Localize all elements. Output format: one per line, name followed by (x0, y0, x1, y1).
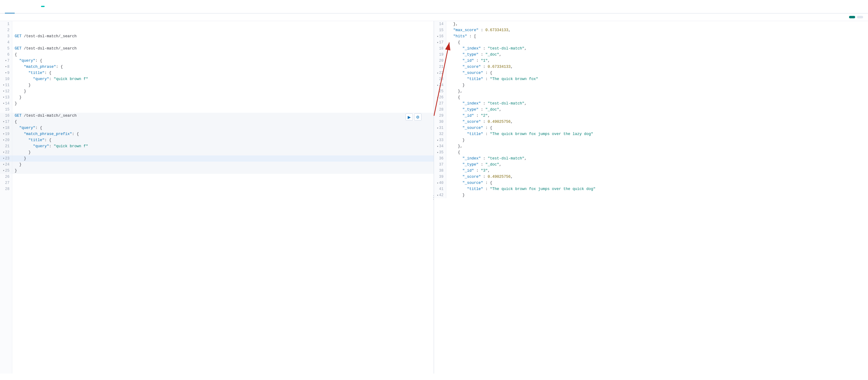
editor-line-content-11[interactable]: } (12, 82, 434, 88)
editor-line-content-17[interactable]: { (12, 119, 434, 125)
response-row-38: 38 "_id" : "3", (434, 168, 868, 174)
toolbar-right (849, 16, 863, 18)
editor-line-content-18[interactable]: "query": { (12, 125, 434, 131)
settings-button[interactable] (12, 16, 15, 18)
editor-line-num-11: ▾11 (0, 82, 12, 88)
editor-line-content-10[interactable]: "query": "quick brown f" (12, 76, 434, 82)
response-row-15: 15 "max_score" : 0.67334133, (434, 27, 868, 33)
editor-line-content-20[interactable]: "title": { (12, 137, 434, 143)
editor-line-content-3[interactable]: GET /test-dsl-match/_search (12, 33, 434, 39)
tab-console[interactable] (5, 0, 15, 13)
response-row-28: 28 "_type" : "_doc", (434, 107, 868, 113)
editor-line-num-21: 21 (0, 143, 12, 149)
response-line-content-26: { (446, 94, 463, 101)
help-button[interactable] (20, 16, 22, 18)
response-row-35: ▾35 { (434, 149, 868, 156)
response-line-content-33: } (446, 137, 467, 143)
response-row-30: 30 "_score" : 0.49025756, (434, 119, 868, 125)
response-row-18: 18 "_index" : "test-dsl-match", (434, 45, 868, 51)
response-row-41: 41 "title" : "The quick brown fox jumps … (434, 186, 868, 192)
beta-badge (41, 6, 45, 7)
editor-line-num-12: ▾12 (0, 88, 12, 94)
editor-line-num-20: ▾20 (0, 137, 12, 143)
response-line-num-18: 18 (434, 45, 446, 51)
editor-line-content-16[interactable]: GET /test-dsl-match/_search (12, 113, 434, 119)
editor-line-content-23[interactable]: } (12, 156, 434, 162)
editor-line-content-25[interactable]: } (12, 168, 434, 174)
editor-line-num-5: 5 (0, 45, 12, 51)
response-line-content-39: "_score" : 0.49025756, (446, 174, 515, 180)
response-line-num-16: ▾16 (434, 33, 446, 39)
response-line-num-40: ▾40 (434, 180, 446, 186)
editor-line-content-6[interactable]: { (12, 51, 434, 58)
response-content[interactable]: 14 },15 "max_score" : 0.67334133,▾16 "hi… (434, 21, 868, 374)
editor-line-content-5[interactable]: GET /test-dsl-match/_search (12, 45, 434, 51)
editor-line-content-21[interactable]: "query": "quick brown f" (12, 143, 434, 149)
editor-line-content-15[interactable] (12, 107, 434, 113)
editor-line-num-6: 6 (0, 51, 12, 58)
response-line-content-32: "title" : "The quick brown fox jumps ove… (446, 131, 596, 137)
editor-code-content[interactable]: GET /test-dsl-match/_search GET /test-ds… (12, 21, 434, 374)
response-line-num-25: 25 (434, 88, 446, 94)
tab-grok-debugger[interactable] (25, 0, 34, 13)
response-row-25: 25 }, (434, 88, 868, 94)
editor-line-content-9[interactable]: "title": { (12, 70, 434, 76)
response-line-num-37: 37 (434, 162, 446, 168)
editor-line-num-22: ▾22 (0, 149, 12, 156)
response-line-content-30: "_score" : 0.49025756, (446, 119, 515, 125)
response-row-36: 36 "_index" : "test-dsl-match", (434, 156, 868, 162)
editor-line-content-28[interactable] (12, 186, 434, 192)
response-line-content-24: } (446, 82, 467, 88)
editor-line-num-10: 10 (0, 76, 12, 82)
editor-line-content-2[interactable] (12, 27, 434, 33)
editor-line-num-7: ▾7 (0, 58, 12, 64)
response-line-num-14: 14 (434, 21, 446, 27)
response-line-num-34: ▾34 (434, 143, 446, 149)
editor-line-content-26[interactable] (12, 174, 434, 180)
editor-actions: ▶ ⚙ (406, 113, 422, 120)
response-row-27: 27 "_index" : "test-dsl-match", (434, 101, 868, 107)
time-badge (857, 16, 863, 18)
response-line-num-41: 41 (434, 186, 446, 192)
response-line-num-33: ▾33 (434, 137, 446, 143)
response-line-num-26: ▾26 (434, 94, 446, 101)
response-row-34: ▾34 }, (434, 143, 868, 149)
editor-line-content-1[interactable] (12, 21, 434, 27)
response-row-33: ▾33 } (434, 137, 868, 143)
editor-line-content-8[interactable]: "match_phrase": { (12, 64, 434, 70)
editor-line-content-13[interactable]: } (12, 94, 434, 101)
editor-line-content-24[interactable]: } (12, 162, 434, 168)
response-row-21: 21 "_score" : 0.67334133, (434, 64, 868, 70)
response-line-num-32: 32 (434, 131, 446, 137)
response-line-content-36: "_index" : "test-dsl-match", (446, 156, 529, 162)
editor-line-num-19: ▾19 (0, 131, 12, 137)
status-badge (849, 16, 855, 18)
history-button[interactable] (5, 16, 7, 18)
tab-painless-lab[interactable] (34, 0, 50, 13)
response-line-num-38: 38 (434, 168, 446, 174)
response-line-num-39: 39 (434, 174, 446, 180)
response-row-23: 23 "title" : "The quick brown fox" (434, 76, 868, 82)
response-row-19: 19 "_type" : "_doc", (434, 51, 868, 58)
editor-line-content-12[interactable]: } (12, 88, 434, 94)
response-line-content-19: "_type" : "_doc", (446, 51, 504, 58)
response-row-29: 29 "_id" : "2", (434, 113, 868, 119)
editor-line-content-7[interactable]: "query": { (12, 58, 434, 64)
response-line-content-35: { (446, 149, 463, 156)
response-line-num-29: 29 (434, 113, 446, 119)
editor-line-content-22[interactable]: } (12, 149, 434, 156)
editor-panel: 123456▾7▾8▾910▾11▾12▾13▾141516▾17▾18▾19▾… (0, 21, 434, 374)
editor-line-content-14[interactable]: } (12, 101, 434, 107)
response-line-content-28: "_type" : "_doc", (446, 107, 504, 113)
response-line-num-23: 23 (434, 76, 446, 82)
tab-search-profiler[interactable] (15, 0, 25, 13)
editor-line-num-13: ▾13 (0, 94, 12, 101)
editor-line-num-14: ▾14 (0, 101, 12, 107)
editor-line-content-19[interactable]: "match_phrase_prefix": { (12, 131, 434, 137)
editor-line-content-4[interactable] (12, 39, 434, 45)
code-editor[interactable]: 123456▾7▾8▾910▾11▾12▾13▾141516▾17▾18▾19▾… (0, 21, 434, 374)
run-button[interactable]: ▶ (406, 113, 413, 120)
response-line-content-42: } (446, 192, 467, 198)
tools-button[interactable]: ⚙ (414, 113, 422, 120)
editor-line-content-27[interactable] (12, 180, 434, 186)
